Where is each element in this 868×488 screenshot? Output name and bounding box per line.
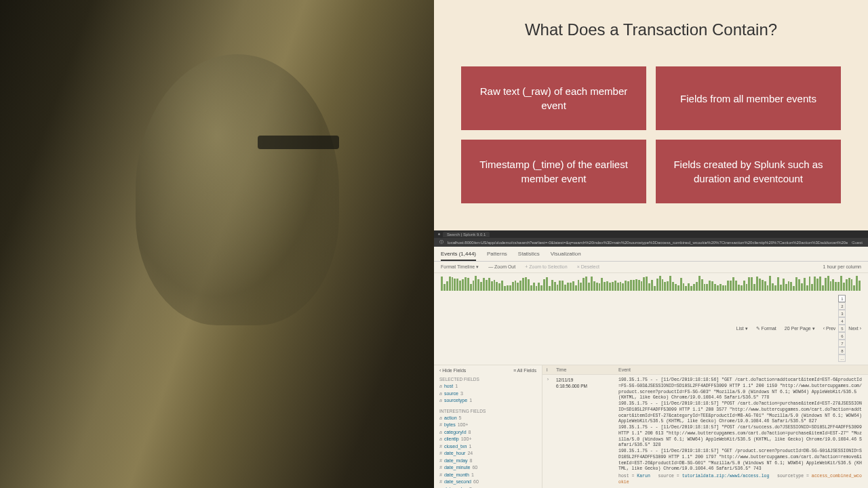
event-raw: 198.35.1.75 - - [11/Dec/2019:18:18:56] "… <box>618 378 864 486</box>
fields-sidebar: ‹ Hide Fields ≡ All Fields Selected Fiel… <box>434 365 542 488</box>
event-row[interactable]: ›12/11/196:18:56.000 PM198.35.1.75 - - [… <box>542 375 868 488</box>
deselect-button[interactable]: × Deselect <box>577 264 599 270</box>
window-dot <box>438 233 440 235</box>
slide-title: What Does a Transaction Contain? <box>461 20 841 39</box>
tab-statistics[interactable]: Statistics <box>518 251 540 261</box>
col-time[interactable]: Time <box>556 367 618 372</box>
selected-fields-title: Selected Fields <box>439 377 536 382</box>
field-date_minute[interactable]: # date_minute 60 <box>439 464 536 472</box>
result-tabs: Events (1,444) Patterns Statistics Visua… <box>434 247 868 262</box>
field-clientip[interactable]: a clientip 100+ <box>439 436 536 443</box>
col-event[interactable]: Event <box>618 367 864 372</box>
tab-visualization[interactable]: Visualization <box>551 251 581 261</box>
events-list: i Time Event ›12/11/196:18:56.000 PM198.… <box>542 365 868 488</box>
browser-url-bar[interactable]: ⓘ localhost:8000/en-US/app/olodemo/cs/se… <box>434 238 868 247</box>
page-6[interactable]: 6 <box>838 332 846 340</box>
field-sourcetype[interactable]: a sourcetype 1 <box>439 397 536 405</box>
format-button[interactable]: ✎ Format <box>756 326 776 331</box>
page-3[interactable]: 3 <box>838 310 846 317</box>
event-time: 12/11/196:18:56.000 PM <box>556 378 618 486</box>
field-date_mday[interactable]: # date_mday 8 <box>439 458 536 465</box>
slide-cards: Raw text (_raw) of each member event Fie… <box>461 66 841 203</box>
col-i[interactable]: i <box>547 367 556 372</box>
prev-button[interactable]: ‹ Prev <box>823 326 836 331</box>
pager: ‹ Prev 12345678... Next › <box>823 295 861 362</box>
page-8[interactable]: 8 <box>838 347 846 354</box>
card-raw: Raw text (_raw) of each member event <box>461 66 646 130</box>
field-date_wday[interactable]: a date_wday 7 <box>439 486 536 489</box>
page-4[interactable]: 4 <box>838 317 846 325</box>
lock-icon: ⓘ <box>439 239 443 245</box>
splunk-screenshot: Search | Splunk 9.0.1 ⓘ localhost:8000/e… <box>434 230 868 488</box>
next-button[interactable]: Next › <box>848 326 861 331</box>
field-categoryId[interactable]: a categoryId 8 <box>439 429 536 436</box>
results-content: ‹ Hide Fields ≡ All Fields Selected Fiel… <box>434 365 868 488</box>
card-created: Fields created by Splunk such as duratio… <box>656 140 841 203</box>
per-page-button[interactable]: 20 Per Page ▾ <box>785 326 815 331</box>
interesting-fields-title: Interesting Fields <box>439 409 536 413</box>
expand-icon[interactable]: › <box>547 378 556 486</box>
field-date_hour[interactable]: # date_hour 24 <box>439 450 536 458</box>
page-2[interactable]: 2 <box>838 302 846 310</box>
url-text: localhost:8000/en-US/app/olodemo/cs/sear… <box>448 241 848 245</box>
browser-tab[interactable]: Search | Splunk 9.0.1 <box>443 232 490 237</box>
page-7[interactable]: 7 <box>838 340 846 347</box>
card-timestamp: Timestamp (_time) of the earliest member… <box>461 140 646 203</box>
field-source[interactable]: a source 3 <box>439 390 536 398</box>
card-fields: Fields from all member events <box>656 66 841 130</box>
page-...[interactable]: ... <box>838 354 846 362</box>
list-controls: List ▾ ✎ Format 20 Per Page ▾ ‹ Prev 123… <box>434 292 868 365</box>
zoom-out-button[interactable]: — Zoom Out <box>488 264 515 270</box>
page-5[interactable]: 5 <box>838 325 846 332</box>
format-timeline-button[interactable]: Format Timeline ▾ <box>441 264 479 270</box>
list-mode-button[interactable]: List ▾ <box>736 326 748 331</box>
right-panel: What Does a Transaction Contain? Raw tex… <box>434 0 868 488</box>
presenter-photo <box>0 0 434 488</box>
page-1[interactable]: 1 <box>838 295 846 302</box>
guest-badge[interactable]: Guest <box>852 241 863 245</box>
tab-events[interactable]: Events (1,444) <box>441 251 476 261</box>
timeline-controls: Format Timeline ▾ — Zoom Out + Zoom to S… <box>434 262 868 273</box>
events-header: i Time Event <box>542 365 868 375</box>
tab-patterns[interactable]: Patterns <box>487 251 507 261</box>
slide: What Does a Transaction Contain? Raw tex… <box>434 0 868 230</box>
field-date_second[interactable]: # date_second 60 <box>439 479 536 486</box>
timeline-chart[interactable] <box>441 276 861 291</box>
field-bytes[interactable]: # bytes 100+ <box>439 422 536 429</box>
timeline-note: 1 hour per column <box>823 264 861 270</box>
browser-tab-bar: Search | Splunk 9.0.1 <box>434 230 868 238</box>
field-closed_txn[interactable]: # closed_txn 1 <box>439 443 536 451</box>
hide-fields-button[interactable]: ‹ Hide Fields <box>439 368 466 373</box>
field-host[interactable]: a host 1 <box>439 383 536 390</box>
field-action[interactable]: a action 5 <box>439 415 536 422</box>
all-fields-button[interactable]: ≡ All Fields <box>513 368 536 373</box>
field-date_month[interactable]: # date_month 1 <box>439 472 536 479</box>
zoom-selection-button[interactable]: + Zoom to Selection <box>525 264 567 270</box>
